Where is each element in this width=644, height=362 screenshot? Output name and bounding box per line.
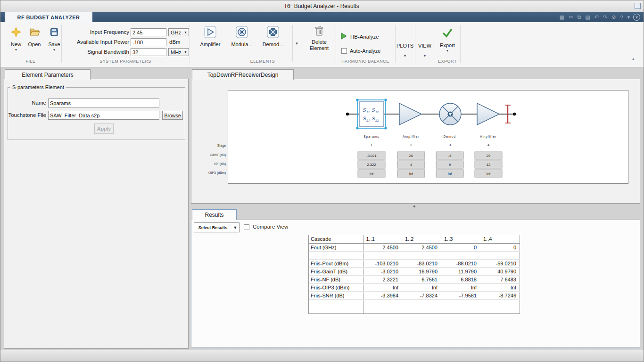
browse-button[interactable]: Browse bbox=[162, 111, 183, 120]
dropdown-arrow-icon: ▾ bbox=[15, 48, 17, 52]
signal-bandwidth-field[interactable] bbox=[131, 48, 166, 56]
dropdown-arrow-icon: ▼ bbox=[184, 50, 189, 54]
modulator-icon bbox=[236, 26, 248, 38]
touchstone-file-label: Touchstone File bbox=[4, 111, 46, 120]
demod-block[interactable] bbox=[439, 103, 461, 125]
toolstrip: New ▾ Open Save ▾ Input Frequency GHz ▼ … bbox=[0, 22, 644, 67]
compare-view-checkbox[interactable] bbox=[244, 224, 249, 230]
play-icon bbox=[340, 33, 347, 41]
svg-text:-5: -5 bbox=[448, 154, 452, 158]
svg-text:9: 9 bbox=[449, 163, 451, 167]
section-label-elements: ELEMENTS bbox=[190, 59, 336, 65]
svg-text:Inf: Inf bbox=[370, 172, 374, 176]
section-label-export: EXPORT bbox=[435, 59, 460, 65]
block-label: Sparams bbox=[363, 135, 380, 139]
sparams-block[interactable]: S11S12 S21S22 bbox=[356, 99, 387, 130]
touchstone-file-field[interactable] bbox=[48, 111, 159, 120]
groupbox-title: S-parameters Element bbox=[10, 84, 66, 90]
elements-gallery-dropdown[interactable]: ▾ bbox=[292, 25, 301, 62]
auto-analyze-checkbox[interactable]: Auto-Analyze bbox=[341, 48, 380, 54]
results-row: Friis-SNR (dB) -3.3984 -7.8324 -7.9581 -… bbox=[309, 291, 520, 299]
tab-results[interactable]: Results bbox=[192, 209, 237, 220]
minimize-toolstrip-icon[interactable]: ∨ bbox=[633, 14, 640, 21]
available-input-power-label: Available Input Power bbox=[63, 38, 129, 46]
results-table: Cascade 1..1 1..2 1..3 1..4 Fout (GHz) 2… bbox=[309, 235, 520, 313]
collapse-toolstrip-icon[interactable]: ▴ bbox=[632, 56, 635, 61]
bandwidth-unit-select[interactable]: MHz ▼ bbox=[168, 48, 189, 56]
svg-text:Inf: Inf bbox=[409, 172, 413, 176]
demodulator-icon bbox=[267, 26, 279, 38]
results-row: Friis-OIP3 (dBm) Inf Inf Inf Inf bbox=[309, 283, 520, 291]
save-button[interactable]: Save ▾ bbox=[45, 26, 64, 52]
block-label: Amplifier bbox=[403, 135, 419, 139]
nf-value-cells: 2.322 4 9 12 bbox=[358, 161, 502, 168]
results-row: Fout (GHz) 2.4500 2.4500 0 0 bbox=[309, 243, 520, 251]
status-bar bbox=[0, 350, 644, 362]
svg-text:4: 4 bbox=[410, 163, 412, 167]
oip3-row-label: OIP3 (dBm) bbox=[191, 170, 226, 176]
cut-icon[interactable]: ✂ bbox=[569, 14, 573, 20]
gain-row-label: GainT (dB) bbox=[191, 152, 226, 158]
gain-value-cells: -3.021 20 -5 29 bbox=[358, 152, 502, 159]
dropdown-arrow-icon: ▾ bbox=[53, 48, 55, 52]
help-icon[interactable]: ? bbox=[620, 15, 623, 20]
dropdown-arrow-icon: ▼ bbox=[184, 31, 189, 34]
element-parameters-panel: S-parameters Element Name Touchstone Fil… bbox=[4, 79, 189, 349]
amplifier-button[interactable]: Amplifier bbox=[195, 26, 225, 48]
copy-icon[interactable]: ⧉ bbox=[577, 14, 581, 20]
modulator-button[interactable]: Modula... bbox=[227, 26, 256, 48]
tab-element-parameters[interactable]: Element Parameters bbox=[5, 69, 91, 80]
new-button[interactable]: New ▾ bbox=[7, 26, 25, 52]
dropdown-arrow-icon: ▼ bbox=[231, 225, 239, 230]
settings-icon[interactable]: ⊘ bbox=[611, 14, 616, 20]
export-button[interactable]: Export ▾ bbox=[436, 27, 459, 53]
output-node-icon[interactable] bbox=[513, 113, 516, 115]
name-label: Name bbox=[8, 99, 46, 107]
open-button[interactable]: Open bbox=[25, 26, 44, 48]
quick-access-toolbar: ▦ ✂ ⧉ ▤ ↶ ↷ ⊘ ? ▾ bbox=[560, 12, 630, 22]
results-panel: Select Results ▼ Compare View Cascade 1.… bbox=[191, 220, 640, 347]
delete-element-button[interactable]: Delete Element bbox=[305, 25, 334, 51]
hb-analyze-button[interactable]: HB-Analyze bbox=[340, 33, 379, 41]
frequency-unit-select[interactable]: GHz ▼ bbox=[168, 28, 189, 36]
dropdown-icon[interactable]: ▾ bbox=[627, 14, 630, 20]
plots-gallery-button[interactable]: PLOTS bbox=[395, 43, 415, 49]
tab-design-document[interactable]: TopDownRFReceiverDesign bbox=[192, 69, 294, 80]
tab-rf-budget-analyzer[interactable]: RF BUDGET ANALYZER bbox=[5, 12, 92, 22]
nf-row-label: NF (dB) bbox=[191, 161, 226, 167]
redo-icon[interactable]: ↷ bbox=[603, 14, 607, 20]
name-field[interactable] bbox=[48, 99, 159, 107]
trash-icon bbox=[314, 25, 324, 37]
section-label-harmonic-balance: HARMONIC BALANCE bbox=[336, 59, 395, 65]
apply-button[interactable]: Apply bbox=[94, 123, 114, 134]
input-frequency-label: Input Frequency bbox=[63, 28, 129, 36]
oip3-value-cells: Inf Inf Inf Inf bbox=[358, 170, 502, 177]
undo-icon[interactable]: ↶ bbox=[594, 14, 599, 20]
panel-splitter-handle[interactable] bbox=[413, 206, 415, 207]
window-control-icon[interactable] bbox=[635, 3, 641, 9]
block-label: Demod bbox=[444, 135, 456, 138]
block-label: Amplifier bbox=[480, 135, 496, 139]
amplifier2-block[interactable] bbox=[477, 103, 499, 125]
save-disk-icon bbox=[50, 26, 59, 38]
design-canvas[interactable]: S11S12 S21S22 bbox=[228, 90, 628, 184]
view-gallery-button[interactable]: VIEW bbox=[415, 43, 435, 49]
compare-view-label: Compare View bbox=[253, 224, 288, 230]
window-title: RF Budget Analyzer - Results bbox=[285, 3, 359, 9]
input-frequency-field[interactable] bbox=[131, 28, 166, 36]
svg-text:2.322: 2.322 bbox=[367, 163, 376, 167]
stage-number: 4 bbox=[487, 143, 489, 147]
save-icon[interactable]: ▦ bbox=[560, 14, 564, 20]
stage-number: 3 bbox=[449, 143, 451, 147]
select-results-dropdown[interactable]: Select Results ▼ bbox=[194, 222, 239, 232]
svg-text:20: 20 bbox=[409, 154, 413, 158]
amplifier1-block[interactable] bbox=[399, 103, 421, 125]
available-input-power-field[interactable] bbox=[131, 38, 166, 46]
plots-dropdown-arrow-icon[interactable]: ▾ bbox=[395, 53, 415, 58]
svg-text:-3.021: -3.021 bbox=[366, 154, 376, 158]
demodulator-button[interactable]: Demod... bbox=[258, 26, 288, 48]
input-node-icon[interactable] bbox=[346, 113, 349, 115]
section-label-file: FILE bbox=[0, 59, 61, 65]
paste-icon[interactable]: ▤ bbox=[585, 14, 590, 20]
view-dropdown-arrow-icon[interactable]: ▾ bbox=[415, 53, 435, 58]
